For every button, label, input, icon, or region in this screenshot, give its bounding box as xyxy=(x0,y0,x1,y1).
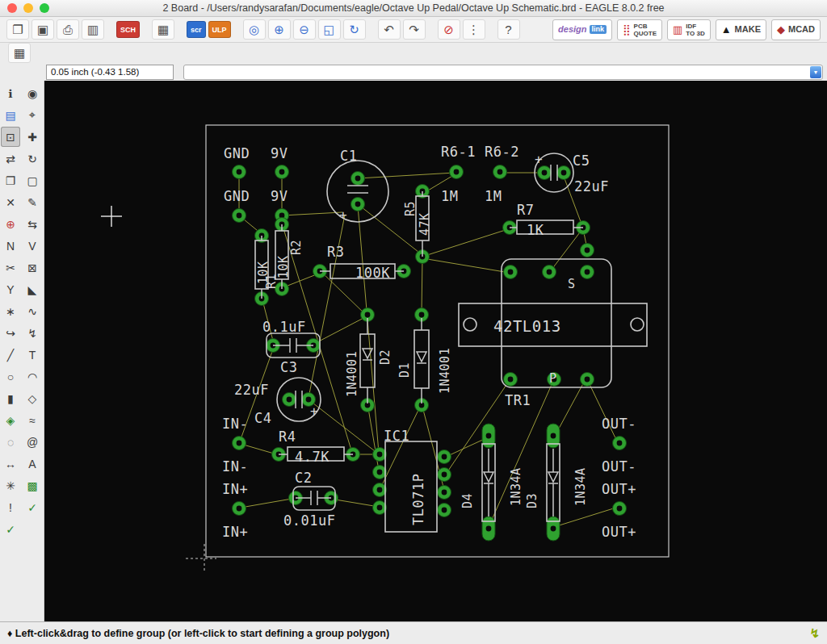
grid-settings-button[interactable]: ▦ xyxy=(8,43,31,63)
svg-text:IN-: IN- xyxy=(222,416,248,432)
cam-processor-button[interactable]: ▥ xyxy=(82,19,104,40)
toolbar-separator xyxy=(488,29,495,30)
redo-button[interactable]: ↷ xyxy=(403,19,426,40)
zoom-select-icon[interactable]: ◱ xyxy=(318,19,341,40)
traffic-lights xyxy=(7,3,49,13)
make-button-label: MAKE xyxy=(735,25,761,34)
rotate-tool[interactable]: ↻ xyxy=(23,148,42,169)
arc-tool[interactable]: ◠ xyxy=(23,366,42,387)
svg-text:TL071P: TL071P xyxy=(410,474,426,525)
zoom-button[interactable] xyxy=(40,3,49,13)
optimize-tool[interactable]: ∗ xyxy=(1,301,20,321)
pcb-quote-button-icon: ⣿ xyxy=(623,24,631,35)
paste-tool[interactable]: ▢ xyxy=(23,170,42,190)
name-tool[interactable]: N xyxy=(1,236,20,256)
mcad-button[interactable]: ◆MCAD xyxy=(771,19,821,40)
undo-button[interactable]: ↶ xyxy=(378,19,401,40)
sheet-grid-button[interactable]: ▦ xyxy=(152,19,174,40)
board-canvas[interactable]: GND9VC1R6-1R6-2C522uFGND9V1M1MR547KR71KR… xyxy=(44,81,827,621)
errors-tool[interactable]: ! xyxy=(1,497,20,517)
tool-palette: ℹ◉▤⌖⊡✚⇄↻❐▢✕✎⊕⇆NV✂⊠Y◣∗∿↪↯╱T○◠▮◇◈≈◌@↔A✳▩!✓… xyxy=(0,81,44,621)
combo-dropdown-button[interactable]: ▼ xyxy=(810,66,821,78)
mcad-button-icon: ◆ xyxy=(777,24,785,35)
idf-to-3d-button[interactable]: ▥IDFTO 3D xyxy=(667,19,711,40)
svg-text:IN+: IN+ xyxy=(222,481,248,497)
change-tool[interactable]: ✎ xyxy=(23,192,42,212)
zoom-out-icon[interactable]: ⊖ xyxy=(293,19,316,40)
minimize-button[interactable] xyxy=(23,3,33,13)
main-toolbar: ❐▣⎙▥SCH▦scrULP◎⊕⊖◱↻↶↷⊘⋮? designlink⣿PCBQ… xyxy=(0,17,827,43)
dimension-tool[interactable]: ↔ xyxy=(1,454,20,474)
autorouter-tool[interactable]: A xyxy=(23,454,42,474)
open-board-button[interactable]: ❐ xyxy=(6,19,29,40)
svg-text:22uF: 22uF xyxy=(234,382,269,398)
svg-text:D1: D1 xyxy=(397,362,412,378)
save-button[interactable]: ▣ xyxy=(31,19,54,40)
zoom-in-icon[interactable]: ⊕ xyxy=(268,19,291,40)
svg-text:OUT-: OUT- xyxy=(602,458,636,475)
svg-text:1N34A: 1N34A xyxy=(573,467,588,506)
rect-tool[interactable]: ▮ xyxy=(1,388,20,408)
ripup-tool[interactable]: ↯ xyxy=(23,323,42,343)
drc-ok-icon[interactable]: ✓ xyxy=(1,519,20,539)
signal-tool[interactable]: ≈ xyxy=(23,410,42,430)
pcb-quote-button[interactable]: ⣿PCBQUOTE xyxy=(617,19,662,40)
show-tool[interactable]: ◉ xyxy=(23,83,42,103)
erc-ok-icon[interactable]: ✓ xyxy=(23,497,42,517)
command-combo[interactable]: ▼ xyxy=(183,65,823,80)
value-tool[interactable]: V xyxy=(23,236,42,256)
text-tool[interactable]: T xyxy=(23,345,42,365)
lock-tool[interactable]: ⊠ xyxy=(23,257,42,278)
toolbar-separator xyxy=(107,29,114,30)
route-tool[interactable]: ↪ xyxy=(1,323,20,343)
mirror-tool[interactable]: ⇄ xyxy=(1,148,20,169)
meander-tool[interactable]: ∿ xyxy=(23,301,42,321)
split-tool[interactable]: Y xyxy=(1,279,20,299)
group-tool[interactable]: ⊡ xyxy=(1,127,20,147)
close-button[interactable] xyxy=(7,3,17,13)
move-tool[interactable]: ✚ xyxy=(23,127,42,147)
script-button[interactable]: scr xyxy=(187,21,206,38)
svg-text:R7: R7 xyxy=(517,202,534,218)
help-button[interactable]: ? xyxy=(497,19,520,40)
svg-text:OUT-: OUT- xyxy=(602,416,636,432)
svg-text:0.1uF: 0.1uF xyxy=(262,319,306,335)
delete-tool[interactable]: ✕ xyxy=(1,192,20,212)
ratsnest-tool[interactable]: ✳ xyxy=(1,475,20,496)
pinswap-tool[interactable]: ⇆ xyxy=(23,214,42,234)
wire-tool[interactable]: ╱ xyxy=(1,345,20,365)
svg-text:+: + xyxy=(339,207,347,223)
miter-tool[interactable]: ◣ xyxy=(23,279,42,299)
attribute-tool[interactable]: @ xyxy=(23,432,42,452)
svg-text:R2: R2 xyxy=(289,240,304,255)
design-link-button[interactable]: designlink xyxy=(552,19,612,40)
more-options-button[interactable]: ⋮ xyxy=(463,19,485,40)
drc-tool[interactable]: ▩ xyxy=(23,475,42,496)
svg-text:C3: C3 xyxy=(280,359,297,375)
main-toolbar-right: designlink⣿PCBQUOTE▥IDFTO 3D▲MAKE◆MCAD xyxy=(552,19,821,40)
display-layers-tool[interactable]: ▤ xyxy=(1,105,20,125)
make-button[interactable]: ▲MAKE xyxy=(716,19,766,40)
svg-text:+: + xyxy=(535,152,543,167)
mark-tool[interactable]: ⌖ xyxy=(23,105,42,125)
svg-text:0.01uF: 0.01uF xyxy=(283,512,335,529)
ulp-button[interactable]: ULP xyxy=(208,21,231,38)
svg-text:OUT+: OUT+ xyxy=(602,524,636,540)
zoom-fit-icon[interactable]: ◎ xyxy=(243,19,266,40)
circle-tool[interactable]: ○ xyxy=(1,366,20,387)
via-tool[interactable]: ◈ xyxy=(1,410,20,430)
zoom-redraw-icon[interactable]: ↻ xyxy=(343,19,366,40)
print-button[interactable]: ⎙ xyxy=(57,19,79,40)
schematic-board-switch-button[interactable]: SCH xyxy=(116,21,140,38)
replace-tool[interactable]: ⊕ xyxy=(1,214,20,234)
board: GND9VC1R6-1R6-2C522uFGND9V1M1MR547KR71KR… xyxy=(101,125,669,573)
svg-text:IN-: IN- xyxy=(222,458,248,475)
hole-tool[interactable]: ◌ xyxy=(1,432,20,452)
command-input[interactable] xyxy=(186,65,808,79)
smash-tool[interactable]: ✂ xyxy=(1,257,20,278)
polygon-tool[interactable]: ◇ xyxy=(23,388,42,408)
copy-tool[interactable]: ❐ xyxy=(1,170,20,190)
pcb-quote-button-label: PCBQUOTE xyxy=(634,23,657,37)
stop-button[interactable]: ⊘ xyxy=(438,19,460,40)
info-tool[interactable]: ℹ xyxy=(1,83,20,103)
